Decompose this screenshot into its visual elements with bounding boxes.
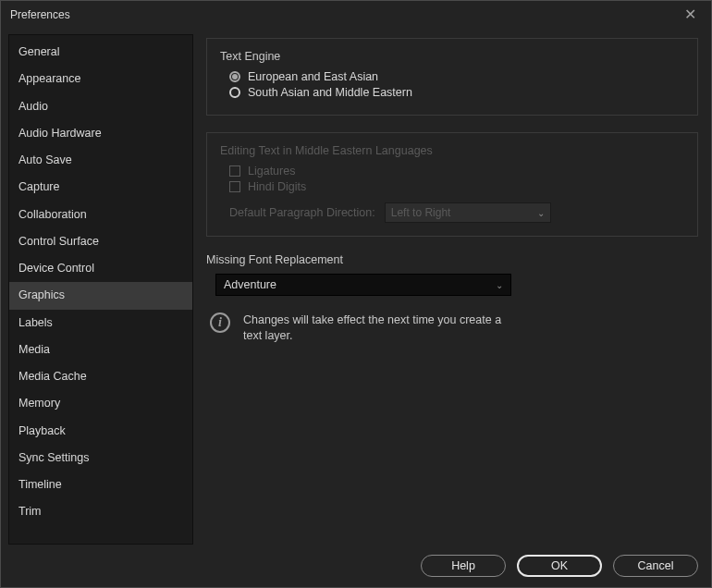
sidebar-item-media-cache[interactable]: Media Cache (9, 363, 192, 390)
close-icon[interactable]: ✕ (679, 6, 702, 24)
window-title: Preferences (10, 8, 70, 21)
text-engine-group: Text Engine European and East Asian Sout… (206, 38, 698, 116)
sidebar-item-playback[interactable]: Playback (9, 418, 192, 445)
chevron-down-icon: ⌄ (496, 280, 503, 290)
font-replacement-group: Missing Font Replacement Adventure ⌄ (206, 253, 698, 296)
sidebar-item-control-surface[interactable]: Control Surface (9, 228, 192, 255)
preferences-dialog: Preferences ✕ GeneralAppearanceAudioAudi… (0, 0, 712, 588)
sidebar-item-graphics[interactable]: Graphics (9, 282, 192, 309)
checkbox-ligatures: Ligatures (229, 165, 684, 178)
checkbox-label: Hindi Digits (248, 180, 306, 193)
sidebar-item-audio-hardware[interactable]: Audio Hardware (9, 120, 192, 147)
sidebar-item-auto-save[interactable]: Auto Save (9, 147, 192, 174)
sidebar-item-general[interactable]: General (9, 39, 192, 66)
ok-button[interactable]: OK (517, 555, 602, 577)
checkbox-label: Ligatures (248, 165, 295, 178)
direction-select: Left to Right ⌄ (385, 202, 551, 223)
text-engine-title: Text Engine (220, 50, 684, 63)
checkbox-icon (229, 181, 240, 192)
sidebar-item-appearance[interactable]: Appearance (9, 66, 192, 92)
radio-south-asian[interactable]: South Asian and Middle Eastern (229, 86, 684, 99)
sidebar-item-memory[interactable]: Memory (9, 390, 192, 417)
font-replacement-title: Missing Font Replacement (206, 253, 698, 266)
checkbox-hindi-digits: Hindi Digits (229, 180, 684, 193)
info-text: Changes will take effect the next time y… (243, 312, 521, 344)
info-notice: i Changes will take effect the next time… (206, 312, 698, 344)
middle-eastern-title: Editing Text in Middle Eastern Languages (220, 144, 684, 157)
radio-label: South Asian and Middle Eastern (248, 86, 412, 99)
sidebar-item-sync-settings[interactable]: Sync Settings (9, 445, 192, 472)
direction-label: Default Paragraph Direction: (229, 206, 375, 219)
radio-icon (229, 87, 240, 98)
chevron-down-icon: ⌄ (537, 208, 545, 218)
middle-eastern-group: Editing Text in Middle Eastern Languages… (206, 132, 698, 237)
direction-value: Left to Right (391, 206, 451, 219)
sidebar-item-device-control[interactable]: Device Control (9, 255, 192, 282)
sidebar-item-collaboration[interactable]: Collaboration (9, 202, 192, 228)
category-sidebar: GeneralAppearanceAudioAudio HardwareAuto… (8, 34, 193, 545)
cancel-button[interactable]: Cancel (613, 555, 698, 577)
graphics-panel: Text Engine European and East Asian Sout… (201, 34, 704, 545)
sidebar-item-timeline[interactable]: Timeline (9, 472, 192, 498)
sidebar-item-media[interactable]: Media (9, 337, 192, 363)
titlebar: Preferences ✕ (1, 1, 711, 29)
info-icon: i (210, 312, 230, 333)
radio-european[interactable]: European and East Asian (229, 70, 684, 83)
radio-label: European and East Asian (248, 70, 378, 83)
sidebar-item-labels[interactable]: Labels (9, 310, 192, 337)
radio-icon (229, 71, 240, 82)
sidebar-item-capture[interactable]: Capture (9, 174, 192, 201)
help-button[interactable]: Help (421, 555, 506, 577)
dialog-footer: Help OK Cancel (1, 545, 711, 587)
sidebar-item-trim[interactable]: Trim (9, 498, 192, 525)
sidebar-item-audio[interactable]: Audio (9, 93, 192, 120)
font-replacement-select[interactable]: Adventure ⌄ (215, 274, 511, 296)
font-replacement-value: Adventure (224, 278, 276, 291)
checkbox-icon (229, 165, 240, 177)
